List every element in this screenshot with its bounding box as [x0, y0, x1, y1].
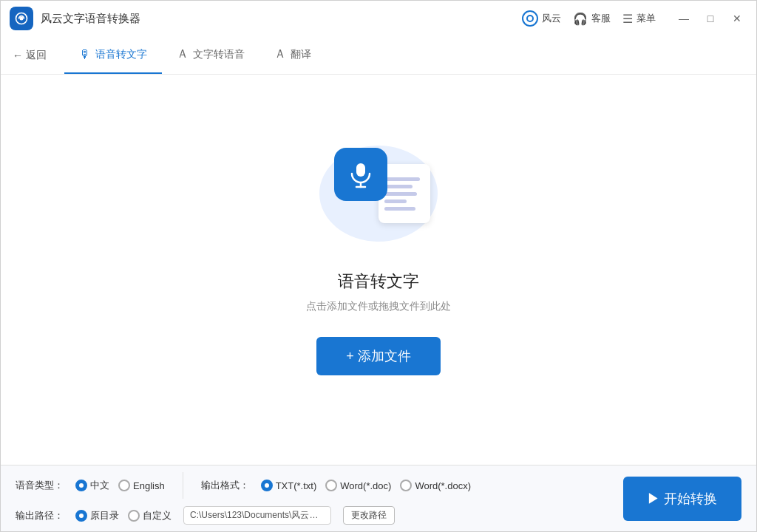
- hero-mic-box: [334, 148, 387, 201]
- navbar: ← 返回 🎙 语音转文字 Ａ 文字转语音 Ａ 翻译: [1, 36, 756, 75]
- format-txt-label: TXT(*.txt): [276, 480, 317, 491]
- doc-line-2: [384, 185, 413, 188]
- tab-speech-to-text[interactable]: 🎙 语音转文字: [64, 36, 162, 74]
- titlebar: 风云文字语音转换器 风云 🎧 客服 ☰ 菜单 — □ ✕: [1, 1, 756, 36]
- back-arrow-icon: ←: [13, 50, 23, 61]
- app-logo: [10, 7, 33, 30]
- format-radio-group: TXT(*.txt) Word(*.doc) Word(*.docx): [261, 480, 471, 491]
- fengyun-btn[interactable]: 风云: [522, 10, 561, 27]
- path-value: C:\Users\123\Documents\风云文字语音转换: [190, 509, 323, 522]
- lang-chinese-label: 中文: [90, 479, 109, 492]
- change-path-label: 更改路径: [351, 510, 387, 520]
- lang-english-option[interactable]: English: [118, 480, 165, 491]
- svg-rect-2: [356, 163, 365, 177]
- lang-chinese-option[interactable]: 中文: [75, 479, 109, 492]
- add-file-button[interactable]: + 添加文件: [316, 337, 441, 375]
- close-button[interactable]: ✕: [727, 8, 747, 29]
- app-title: 风云文字语音转换器: [41, 12, 522, 26]
- maximize-button[interactable]: □: [700, 8, 721, 29]
- format-doc-radio: [325, 480, 337, 491]
- format-txt-option[interactable]: TXT(*.txt): [261, 480, 317, 491]
- main-content: 语音转文字 点击添加文件或拖拽文件到此处 + 添加文件: [1, 75, 756, 465]
- doc-line-3: [384, 192, 417, 196]
- path-input[interactable]: C:\Users\123\Documents\风云文字语音转换: [183, 506, 331, 525]
- tab-text-to-speech-label: 文字转语音: [193, 48, 245, 61]
- divider-vertical: [183, 472, 183, 499]
- format-docx-option[interactable]: Word(*.docx): [400, 480, 471, 491]
- microphone-icon: 🎙: [79, 48, 91, 61]
- window-controls: — □ ✕: [673, 8, 747, 29]
- fengyun-icon: [522, 10, 538, 27]
- hero-subtitle: 点击添加文件或拖拽文件到此处: [306, 300, 451, 313]
- format-doc-label: Word(*.doc): [340, 480, 391, 491]
- lang-chinese-radio: [75, 480, 87, 491]
- fengyun-label: 风云: [542, 12, 561, 25]
- lang-english-radio: [118, 480, 130, 491]
- headphone-icon: 🎧: [573, 12, 588, 26]
- path-custom-radio: [128, 510, 140, 522]
- titlebar-right: 风云 🎧 客服 ☰ 菜单 — □ ✕: [522, 8, 747, 29]
- start-convert-button[interactable]: ▶ 开始转换: [623, 477, 741, 521]
- back-label: 返回: [26, 49, 47, 62]
- output-format-label: 输出格式：: [201, 479, 249, 492]
- format-docx-label: Word(*.docx): [415, 480, 471, 491]
- format-docx-radio: [400, 480, 412, 491]
- add-file-label: + 添加文件: [346, 347, 411, 365]
- nav-tabs: 🎙 语音转文字 Ａ 文字转语音 Ａ 翻译: [64, 36, 326, 74]
- tab-translate[interactable]: Ａ 翻译: [259, 36, 326, 74]
- start-btn-label: ▶ 开始转换: [647, 490, 717, 508]
- service-label: 客服: [591, 12, 611, 25]
- path-original-option[interactable]: 原目录: [75, 509, 119, 522]
- change-path-button[interactable]: 更改路径: [343, 506, 395, 525]
- tab-text-to-speech[interactable]: Ａ 文字转语音: [162, 36, 259, 74]
- translate-icon: Ａ: [274, 47, 286, 62]
- menu-btn[interactable]: ☰ 菜单: [622, 12, 656, 26]
- bottom-settings: 语音类型： 中文 English 输出格式：: [16, 472, 611, 525]
- minimize-button[interactable]: —: [673, 8, 694, 29]
- hero-image: [312, 134, 445, 253]
- back-button[interactable]: ← 返回: [13, 49, 47, 62]
- lang-english-label: English: [133, 480, 165, 491]
- text-icon: Ａ: [177, 47, 189, 62]
- output-path-label: 输出路径：: [16, 509, 64, 522]
- format-txt-radio: [261, 480, 273, 491]
- path-original-radio: [75, 510, 87, 522]
- menu-label: 菜单: [637, 12, 656, 25]
- lang-type-label: 语音类型：: [16, 479, 64, 492]
- tab-translate-label: 翻译: [291, 48, 311, 61]
- settings-row-2: 输出路径： 原目录 自定义 C:\Users\123\Documents\风云文…: [16, 506, 611, 525]
- settings-row-1: 语音类型： 中文 English 输出格式：: [16, 472, 611, 499]
- doc-line-4: [384, 200, 407, 203]
- service-btn[interactable]: 🎧 客服: [573, 12, 611, 26]
- tab-speech-to-text-label: 语音转文字: [95, 48, 147, 61]
- path-custom-option[interactable]: 自定义: [128, 509, 172, 522]
- svg-point-1: [20, 17, 24, 21]
- path-custom-label: 自定义: [143, 509, 172, 522]
- hero-title: 语音转文字: [338, 270, 419, 293]
- menu-icon: ☰: [622, 12, 633, 26]
- lang-radio-group: 中文 English: [75, 479, 165, 492]
- path-radio-group: 原目录 自定义: [75, 509, 172, 522]
- bottom-bar: 语音类型： 中文 English 输出格式：: [1, 465, 756, 531]
- path-original-label: 原目录: [90, 509, 119, 522]
- doc-line-1: [384, 177, 420, 181]
- format-doc-option[interactable]: Word(*.doc): [325, 480, 391, 491]
- doc-line-5: [384, 207, 415, 211]
